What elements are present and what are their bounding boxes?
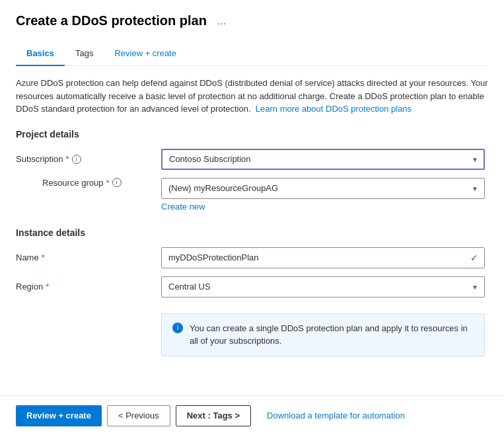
subscription-control: Contoso Subscription ▼	[161, 149, 485, 170]
name-input-wrapper: ✓	[161, 247, 485, 268]
name-check-icon: ✓	[470, 253, 478, 263]
subscription-required-star: *	[66, 154, 69, 164]
name-label: Name *	[16, 253, 161, 262]
info-box-icon: i	[172, 323, 183, 333]
resource-group-dropdown-wrapper: (New) myResourceGroupAG ▼	[161, 178, 485, 199]
download-template-link[interactable]: Download a template for automation	[267, 411, 405, 420]
tab-review-create[interactable]: Review + create	[104, 42, 187, 66]
learn-more-link[interactable]: Learn more about DDoS protection plans	[256, 104, 412, 114]
page-title: Create a DDoS protection plan	[16, 13, 207, 28]
resource-group-info-icon[interactable]: i	[112, 178, 122, 187]
resource-group-row: Resource group * i (New) myResourceGroup…	[16, 178, 488, 212]
page-header: Create a DDoS protection plan ...	[16, 13, 488, 28]
subscription-row: Subscription * i Contoso Subscription ▼	[16, 149, 488, 170]
name-required-star: *	[42, 253, 45, 262]
resource-group-control: (New) myResourceGroupAG ▼ Create new	[161, 178, 485, 212]
description-text: Azure DDoS protection can help defend ag…	[16, 77, 488, 116]
name-control: ✓	[161, 247, 485, 268]
tabs-container: Basics Tags Review + create	[16, 42, 488, 66]
subscription-dropdown[interactable]: Contoso Subscription	[161, 149, 485, 170]
tab-basics[interactable]: Basics	[16, 42, 65, 66]
tab-tags[interactable]: Tags	[65, 42, 104, 66]
region-dropdown[interactable]: Central US	[161, 276, 485, 297]
footer: Review + create < Previous Next : Tags >…	[0, 395, 504, 435]
info-box: i You can create a single DDoS protectio…	[161, 313, 485, 356]
subscription-info-icon[interactable]: i	[72, 155, 81, 164]
create-new-link[interactable]: Create new	[161, 202, 485, 212]
resource-group-label: Resource group * i	[29, 178, 174, 188]
info-box-text: You can create a single DDoS protection …	[190, 322, 474, 348]
project-details-title: Project details	[16, 129, 488, 139]
region-label: Region *	[16, 282, 161, 292]
subscription-dropdown-wrapper: Contoso Subscription ▼	[161, 149, 485, 170]
instance-details-title: Instance details	[16, 227, 488, 238]
name-input[interactable]	[161, 247, 485, 268]
ellipsis-menu[interactable]: ...	[213, 14, 230, 28]
review-create-button[interactable]: Review + create	[16, 405, 102, 426]
region-row: Region * Central US ▼	[16, 276, 488, 297]
region-control: Central US ▼	[161, 276, 485, 297]
resource-group-dropdown[interactable]: (New) myResourceGroupAG	[161, 178, 485, 199]
subscription-label: Subscription * i	[16, 154, 161, 164]
region-required-star: *	[46, 282, 49, 292]
resource-group-label-container: Resource group * i	[16, 178, 161, 200]
resource-group-required-star: *	[106, 178, 110, 188]
project-details-section: Project details Subscription * i Contoso…	[16, 129, 488, 212]
previous-button[interactable]: < Previous	[107, 405, 170, 426]
name-row: Name * ✓	[16, 247, 488, 268]
region-dropdown-wrapper: Central US ▼	[161, 276, 485, 297]
instance-details-section: Instance details Name * ✓ Region *	[16, 227, 488, 297]
next-button[interactable]: Next : Tags >	[176, 405, 251, 426]
